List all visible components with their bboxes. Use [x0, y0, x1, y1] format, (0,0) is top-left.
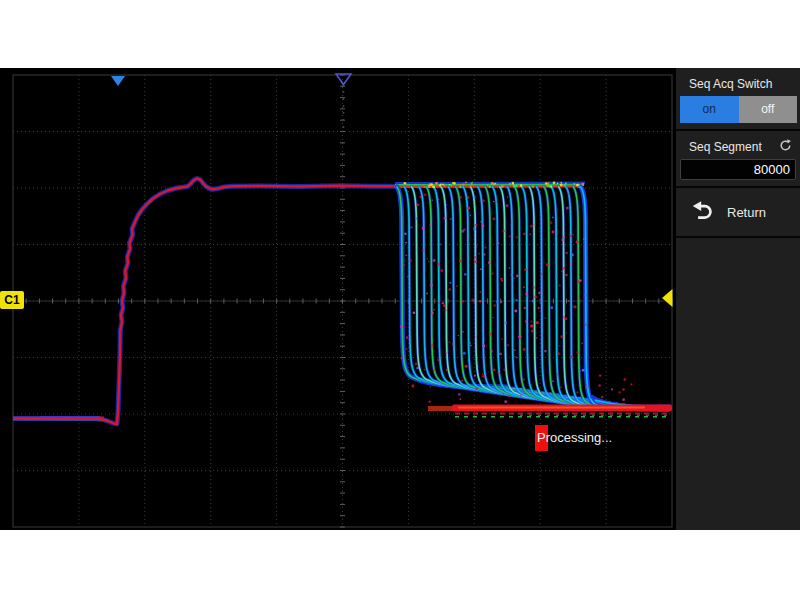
seq-acq-toggle: on off	[680, 96, 797, 123]
rotate-knob-icon	[779, 139, 792, 155]
seq-acq-switch-label: Seq Acq Switch	[676, 68, 800, 91]
seq-segment-section: Seq Segment 80000	[676, 131, 800, 188]
seq-acq-section: Seq Acq Switch on off	[676, 68, 800, 131]
side-menu: Seq Acq Switch on off Seq Segment 80000	[676, 68, 800, 530]
channel-badge-c1[interactable]: C1	[0, 291, 24, 309]
seq-segment-label: Seq Segment	[689, 140, 762, 154]
return-label: Return	[727, 205, 766, 220]
trigger-delay-marker	[336, 74, 351, 85]
seq-segment-value-field[interactable]: 80000	[680, 159, 796, 180]
seq-acq-on-button[interactable]: on	[680, 96, 739, 123]
processing-label: Processing...	[537, 430, 612, 445]
trigger-position-marker[interactable]	[111, 76, 125, 86]
scope-screen: C1 Processing... Seq Acq Switch on off S…	[0, 68, 800, 530]
processing-indicator: Processing...	[535, 425, 612, 451]
seq-acq-off-button[interactable]: off	[739, 96, 798, 123]
return-button[interactable]: Return	[676, 188, 800, 238]
return-arrow-icon	[691, 199, 714, 226]
trigger-level-marker[interactable]	[662, 289, 673, 307]
menu-filler	[676, 238, 800, 530]
